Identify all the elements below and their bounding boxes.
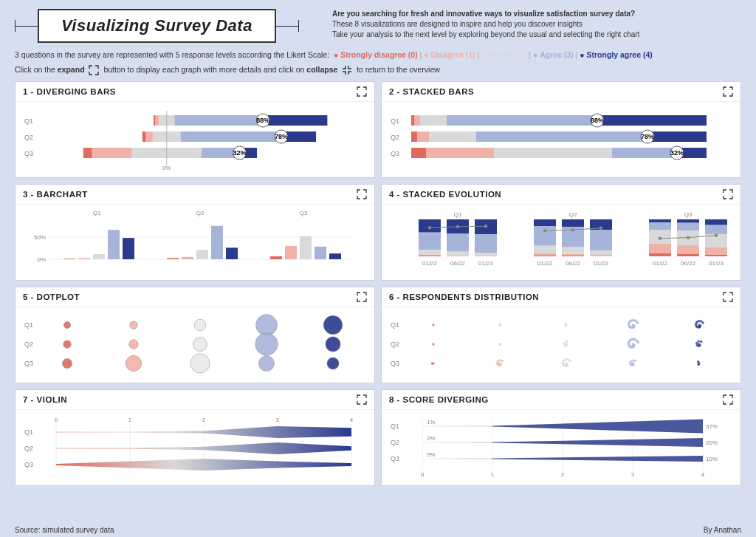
svg-rect-5	[174, 115, 263, 126]
svg-point-150	[193, 338, 207, 352]
svg-rect-129	[677, 223, 699, 231]
svg-rect-130	[677, 219, 699, 223]
panel-grid: 1 - DIVERGING BARS Q188%Q278%Q332%0% 2 -…	[0, 81, 756, 486]
svg-point-138	[659, 237, 662, 240]
expand-button[interactable]	[357, 86, 367, 97]
svg-text:50%: 50%	[34, 234, 46, 241]
svg-point-257	[630, 360, 633, 362]
svg-rect-48	[494, 148, 612, 158]
svg-rect-39	[417, 131, 429, 142]
svg-text:Q3: Q3	[24, 360, 33, 367]
panel-title: 5 - DOTPLOT	[23, 293, 80, 301]
expand-button[interactable]	[357, 394, 367, 405]
expand-button[interactable]	[723, 189, 733, 199]
svg-rect-19	[132, 148, 167, 158]
svg-rect-121	[649, 244, 671, 253]
svg-point-191	[698, 320, 700, 322]
panel-title: 7 - VIOLIN	[23, 395, 67, 404]
svg-rect-99	[534, 253, 556, 256]
svg-rect-62	[123, 238, 134, 259]
svg-point-139	[687, 236, 690, 239]
instructions: Click on the expand button to display ea…	[0, 62, 756, 81]
svg-text:3: 3	[276, 417, 280, 423]
expand-button[interactable]	[723, 86, 733, 97]
svg-rect-6	[263, 115, 327, 126]
svg-rect-133	[705, 247, 727, 255]
panel-score-diverging: 8 - SCORE DIVERGING 01234Q11%37%Q22%20%Q…	[381, 389, 741, 486]
svg-text:Q2: Q2	[24, 341, 33, 348]
svg-text:01/22: 01/22	[537, 260, 553, 267]
svg-rect-40	[429, 131, 476, 142]
svg-rect-41	[476, 131, 647, 142]
svg-text:0%: 0%	[162, 165, 171, 171]
svg-rect-22	[167, 148, 202, 158]
svg-rect-11	[145, 131, 152, 142]
svg-text:06/22: 06/22	[566, 260, 581, 267]
panel-title: 3 - BARCHART	[23, 190, 88, 199]
svg-rect-88	[475, 256, 497, 257]
svg-text:78%: 78%	[275, 133, 288, 140]
source-label: Source: simulated survey data	[15, 526, 114, 534]
svg-rect-98	[534, 256, 556, 257]
svg-text:01/23: 01/23	[709, 260, 724, 267]
svg-point-156	[190, 354, 210, 373]
svg-point-227	[700, 341, 702, 343]
svg-rect-14	[181, 131, 281, 142]
collapse-icon	[342, 65, 352, 75]
svg-text:Q3: Q3	[391, 150, 399, 157]
svg-text:0: 0	[55, 417, 58, 423]
expand-button[interactable]	[357, 292, 367, 302]
svg-rect-60	[93, 254, 105, 259]
svg-text:32%: 32%	[233, 149, 247, 157]
page-title: Visualizing Survey Data	[38, 9, 276, 43]
svg-rect-77	[419, 255, 441, 256]
svg-rect-79	[419, 233, 441, 250]
svg-text:Q3: Q3	[391, 360, 399, 367]
panel-title: 8 - SCORE DIVERGING	[389, 395, 489, 404]
svg-point-199	[563, 344, 566, 346]
svg-rect-85	[447, 233, 469, 252]
svg-point-149	[129, 340, 138, 349]
svg-text:Q3: Q3	[391, 455, 399, 462]
panel-stacked-evolution: 4 - STACKED EVOLUTION Q101/2206/2201/23Q…	[381, 184, 741, 281]
svg-rect-10	[153, 131, 167, 142]
header: Visualizing Survey Data Are you searchin…	[0, 0, 756, 47]
svg-text:Q2: Q2	[569, 211, 577, 218]
svg-text:78%: 78%	[641, 133, 654, 140]
svg-rect-74	[329, 253, 341, 259]
svg-text:Q2: Q2	[391, 134, 399, 141]
svg-text:Q1: Q1	[391, 117, 399, 125]
svg-rect-21	[83, 148, 92, 158]
svg-marker-277	[56, 459, 351, 471]
svg-text:06/22: 06/22	[681, 260, 696, 267]
svg-point-118	[599, 227, 602, 230]
svg-rect-20	[92, 148, 132, 158]
svg-rect-49	[612, 148, 677, 158]
svg-point-140	[715, 234, 718, 237]
svg-marker-291	[492, 420, 703, 434]
svg-rect-58	[63, 259, 75, 259]
svg-text:Q2: Q2	[391, 439, 399, 446]
svg-text:5%: 5%	[427, 451, 436, 458]
svg-point-235	[496, 363, 498, 365]
svg-point-261	[697, 360, 699, 363]
svg-point-154	[62, 359, 72, 369]
svg-point-163	[564, 325, 566, 327]
expand-button[interactable]	[357, 189, 367, 199]
footer: Source: simulated survey data By Anathan	[15, 526, 741, 534]
svg-point-96	[484, 225, 487, 228]
svg-text:20%: 20%	[706, 439, 718, 446]
expand-button[interactable]	[723, 394, 733, 405]
svg-text:2: 2	[561, 471, 565, 478]
svg-point-161	[498, 324, 501, 326]
svg-rect-136	[705, 219, 727, 225]
expand-button[interactable]	[723, 292, 733, 302]
svg-point-220	[637, 341, 639, 343]
svg-rect-13	[167, 131, 181, 142]
svg-point-148	[63, 341, 72, 349]
svg-text:Q3: Q3	[24, 461, 33, 468]
svg-point-196	[498, 343, 501, 346]
svg-rect-72	[300, 236, 312, 259]
svg-text:Q2: Q2	[196, 210, 205, 216]
svg-text:1%: 1%	[427, 419, 436, 425]
